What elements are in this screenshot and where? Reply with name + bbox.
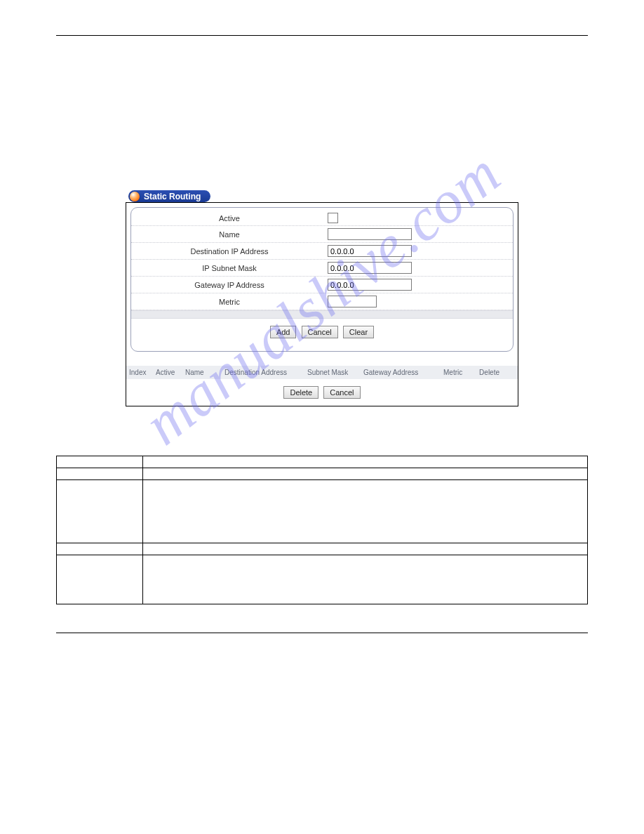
metric-input[interactable] xyxy=(328,296,377,307)
screenshot-container: manualshive.com Static Routing Active Na… xyxy=(126,190,518,406)
col-active: Active xyxy=(156,369,181,376)
col-del: Delete xyxy=(473,369,499,376)
desc-label xyxy=(57,468,143,480)
delete-button[interactable]: Delete xyxy=(283,386,318,399)
table-row xyxy=(57,456,588,468)
table-row xyxy=(57,480,588,543)
description-table xyxy=(56,456,588,604)
active-checkbox[interactable] xyxy=(328,213,338,223)
col-metric: Metric xyxy=(443,369,469,376)
dest-ip-label: Destination IP Address xyxy=(138,247,328,256)
desc-text xyxy=(143,456,588,468)
col-gw: Gateway Address xyxy=(363,369,439,376)
bullet-icon xyxy=(130,192,140,201)
add-button[interactable]: Add xyxy=(270,326,297,338)
subnet-mask-label: IP Subnet Mask xyxy=(138,264,328,272)
config-panel: Active Name Destination IP Address IP Su… xyxy=(126,202,518,406)
col-index: Index xyxy=(129,369,152,376)
form-fieldset: Active Name Destination IP Address IP Su… xyxy=(130,207,514,352)
page-bottom-rule xyxy=(56,633,588,633)
desc-label xyxy=(57,456,143,468)
active-label: Active xyxy=(138,214,328,223)
panel-title-bar: Static Routing xyxy=(128,190,518,202)
col-name: Name xyxy=(185,369,220,376)
name-input[interactable] xyxy=(328,228,412,240)
table-row xyxy=(57,543,588,555)
name-label: Name xyxy=(138,230,328,239)
page-top-rule xyxy=(56,35,588,36)
table-row xyxy=(57,468,588,480)
cancel-button-top[interactable]: Cancel xyxy=(302,326,338,338)
dest-ip-input[interactable] xyxy=(328,245,412,257)
metric-label: Metric xyxy=(138,298,328,306)
table-row xyxy=(57,555,588,604)
col-mask: Subnet Mask xyxy=(307,369,359,376)
desc-label xyxy=(57,543,143,555)
gateway-ip-input[interactable] xyxy=(328,279,412,291)
desc-text xyxy=(143,543,588,555)
panel-title-text: Static Routing xyxy=(144,192,201,201)
gateway-ip-label: Gateway IP Address xyxy=(138,281,328,289)
desc-text xyxy=(143,555,588,604)
desc-label xyxy=(57,555,143,604)
subnet-mask-input[interactable] xyxy=(328,262,412,274)
clear-button[interactable]: Clear xyxy=(343,326,374,338)
routes-table-header: Index Active Name Destination Address Su… xyxy=(126,366,518,379)
desc-text xyxy=(143,480,588,543)
cancel-button-bottom[interactable]: Cancel xyxy=(323,386,360,399)
col-dest: Destination Address xyxy=(224,369,303,376)
desc-text xyxy=(143,468,588,480)
desc-label xyxy=(57,480,143,543)
